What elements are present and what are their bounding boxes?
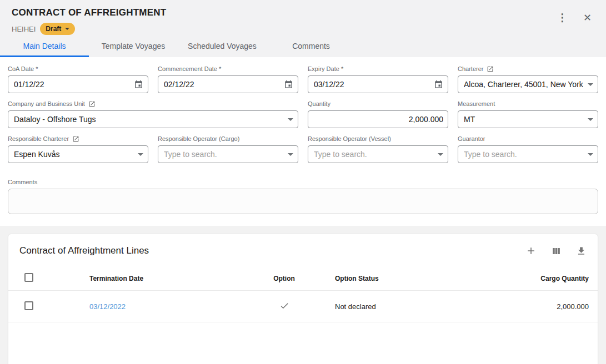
calendar-icon[interactable] (434, 80, 443, 89)
responsible-operator-cargo-placeholder: Type to search. (164, 150, 284, 159)
charterer-select[interactable]: Alcoa, Charterer, 45001, New York (458, 75, 598, 93)
field-expiry-date: Expiry Date * (308, 65, 448, 93)
guarantor-select[interactable]: Type to search. (458, 145, 598, 163)
open-in-new-icon[interactable] (72, 135, 79, 143)
chevron-down-icon (588, 83, 593, 86)
responsible-operator-cargo-select[interactable]: Type to search. (158, 145, 298, 163)
measurement-select[interactable]: MT (458, 110, 598, 128)
tab-bar: Main Details Template Voyages Scheduled … (0, 35, 355, 57)
lines-card-title: Contract of Affreightment Lines (19, 245, 149, 256)
col-option: Option (249, 275, 319, 282)
cargo-quantity-value: 2,000.000 (450, 302, 589, 311)
charterer-value: Alcoa, Charterer, 45001, New York (464, 80, 584, 89)
table-row: 03/12/2022 Not declared 2,000.000 (8, 291, 598, 322)
responsible-operator-vessel-select[interactable]: Type to search. (308, 145, 448, 163)
status-badge-label: Draft (46, 25, 61, 33)
chevron-down-icon (288, 118, 293, 121)
row-checkbox[interactable] (24, 301, 33, 310)
comments-textarea[interactable] (8, 189, 598, 214)
view-columns-icon[interactable] (550, 245, 563, 257)
responsible-charterer-label: Responsible Charterer (8, 135, 69, 142)
company-business-unit-value: Dataloy - Offshore Tugs (14, 115, 284, 124)
dialog-header: CONTRACT OF AFFREIGHTMENT HEIHEI Draft ⋮… (0, 0, 606, 57)
calendar-icon[interactable] (134, 80, 143, 89)
chevron-down-icon (65, 28, 69, 30)
tab-comments[interactable]: Comments (267, 35, 355, 57)
field-responsible-operator-cargo: Responsible Operator (Cargo) Type to sea… (158, 135, 298, 163)
responsible-operator-cargo-label: Responsible Operator (Cargo) (158, 135, 298, 143)
open-in-new-icon[interactable] (88, 100, 96, 108)
chevron-down-icon (588, 118, 593, 121)
chevron-down-icon (138, 153, 143, 156)
expiry-date-label: Expiry Date * (308, 65, 448, 73)
measurement-label: Measurement (458, 100, 598, 108)
expiry-date-input[interactable] (314, 80, 430, 89)
chevron-down-icon (588, 153, 593, 156)
field-charterer: Charterer Alcoa, Charterer, 45001, New Y… (458, 65, 598, 93)
charterer-label: Charterer (458, 65, 483, 72)
field-coa-date: CoA Date * (8, 65, 148, 93)
page-title: CONTRACT OF AFFREIGHTMENT (12, 7, 166, 18)
comments-label: Comments (8, 178, 598, 186)
quantity-input[interactable] (314, 115, 443, 124)
termination-date-link[interactable]: 03/12/2022 (89, 302, 126, 311)
field-responsible-operator-vessel: Responsible Operator (Vessel) Type to se… (308, 135, 448, 163)
measurement-value: MT (464, 115, 584, 124)
add-line-icon[interactable] (524, 244, 538, 257)
responsible-charterer-select[interactable]: Espen Kuvås (8, 145, 148, 163)
option-status-value: Not declared (319, 302, 450, 311)
field-guarantor: Guarantor Type to search. (458, 135, 598, 163)
responsible-operator-vessel-placeholder: Type to search. (314, 150, 434, 159)
commencement-date-label: Commencement Date * (158, 65, 298, 73)
field-company-business-unit: Company and Business Unit Dataloy - Offs… (8, 100, 298, 128)
download-icon[interactable] (575, 245, 588, 257)
main-details-form: CoA Date * Commencement Date * Expiry Da… (0, 57, 606, 226)
guarantor-label: Guarantor (458, 135, 598, 143)
col-termination-date: Termination Date (89, 275, 249, 282)
coa-date-label: CoA Date * (8, 65, 148, 73)
more-options-icon[interactable]: ⋮ (556, 11, 569, 24)
lines-table-header: Termination Date Option Option Status Ca… (8, 266, 598, 291)
check-icon (279, 301, 289, 311)
field-commencement-date: Commencement Date * (158, 65, 298, 93)
company-business-unit-label: Company and Business Unit (8, 100, 85, 107)
col-option-status: Option Status (319, 275, 450, 282)
open-in-new-icon[interactable] (487, 65, 494, 73)
tab-scheduled-voyages[interactable]: Scheduled Voyages (178, 35, 267, 57)
chevron-down-icon (288, 153, 293, 156)
contract-reference: HEIHEI (12, 25, 36, 33)
close-icon[interactable]: ✕ (582, 12, 593, 24)
header-actions: ⋮ ✕ (556, 11, 593, 24)
field-measurement: Measurement MT (458, 100, 598, 128)
tab-template-voyages[interactable]: Template Voyages (89, 35, 178, 57)
select-all-checkbox[interactable] (24, 273, 33, 282)
responsible-operator-vessel-label: Responsible Operator (Vessel) (308, 135, 448, 143)
responsible-charterer-value: Espen Kuvås (14, 150, 134, 159)
chevron-down-icon (438, 153, 443, 156)
coa-date-input[interactable] (14, 80, 131, 89)
col-cargo-quantity: Cargo Quantity (450, 275, 589, 282)
calendar-icon[interactable] (284, 80, 293, 89)
company-business-unit-select[interactable]: Dataloy - Offshore Tugs (8, 110, 298, 128)
tab-main-details[interactable]: Main Details (0, 35, 89, 57)
coa-lines-card: Contract of Affreightment Lines Terminat… (8, 234, 598, 364)
field-quantity: Quantity (308, 100, 448, 128)
commencement-date-input[interactable] (164, 80, 281, 89)
field-comments: Comments (8, 178, 598, 216)
guarantor-placeholder: Type to search. (464, 150, 584, 159)
field-responsible-charterer: Responsible Charterer Espen Kuvås (8, 135, 148, 163)
status-badge[interactable]: Draft (40, 23, 75, 35)
quantity-label: Quantity (308, 100, 448, 108)
subtitle-row: HEIHEI Draft (12, 23, 75, 35)
